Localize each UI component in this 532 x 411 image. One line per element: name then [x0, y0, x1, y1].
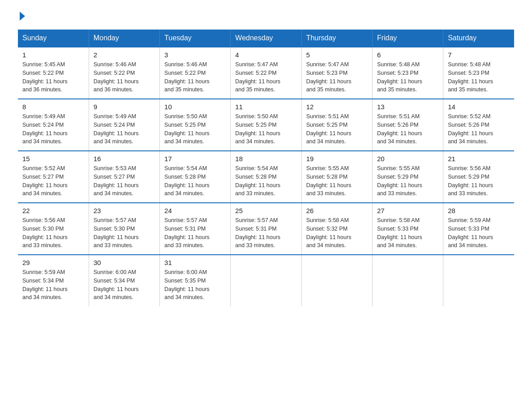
- day-number: 7: [448, 51, 510, 59]
- calendar-cell: [372, 255, 443, 306]
- calendar-cell: 8Sunrise: 5:49 AMSunset: 5:24 PMDaylight…: [18, 99, 89, 151]
- day-number: 21: [448, 155, 510, 163]
- day-sun-info: Sunrise: 5:52 AMSunset: 5:26 PMDaylight:…: [448, 112, 510, 146]
- day-header-saturday: Saturday: [443, 30, 514, 47]
- day-sun-info: Sunrise: 5:58 AMSunset: 5:32 PMDaylight:…: [306, 216, 368, 250]
- calendar-cell: 21Sunrise: 5:56 AMSunset: 5:29 PMDayligh…: [443, 151, 514, 203]
- day-number: 24: [164, 207, 226, 214]
- day-number: 25: [235, 207, 296, 214]
- day-sun-info: Sunrise: 5:57 AMSunset: 5:30 PMDaylight:…: [94, 216, 155, 250]
- calendar-cell: 7Sunrise: 5:48 AMSunset: 5:23 PMDaylight…: [443, 47, 514, 99]
- day-number: 1: [22, 51, 84, 59]
- calendar-cell: 28Sunrise: 5:59 AMSunset: 5:33 PMDayligh…: [443, 203, 514, 255]
- day-header-wednesday: Wednesday: [231, 30, 301, 47]
- calendar-cell: 25Sunrise: 5:57 AMSunset: 5:31 PMDayligh…: [231, 203, 301, 255]
- day-sun-info: Sunrise: 5:55 AMSunset: 5:28 PMDaylight:…: [306, 164, 368, 198]
- calendar-week-row: 22Sunrise: 5:56 AMSunset: 5:30 PMDayligh…: [18, 203, 514, 255]
- calendar-cell: 3Sunrise: 5:46 AMSunset: 5:22 PMDaylight…: [160, 47, 231, 99]
- day-number: 3: [164, 51, 226, 59]
- calendar-cell: 27Sunrise: 5:58 AMSunset: 5:33 PMDayligh…: [372, 203, 443, 255]
- day-number: 29: [22, 259, 84, 266]
- calendar-week-row: 1Sunrise: 5:45 AMSunset: 5:22 PMDaylight…: [18, 47, 514, 99]
- calendar-week-row: 15Sunrise: 5:52 AMSunset: 5:27 PMDayligh…: [18, 151, 514, 203]
- calendar-cell: 20Sunrise: 5:55 AMSunset: 5:29 PMDayligh…: [372, 151, 443, 203]
- day-number: 12: [306, 103, 368, 111]
- calendar-cell: 30Sunrise: 6:00 AMSunset: 5:34 PMDayligh…: [89, 255, 159, 306]
- day-number: 11: [235, 103, 296, 111]
- calendar-cell: 15Sunrise: 5:52 AMSunset: 5:27 PMDayligh…: [18, 151, 89, 203]
- day-header-tuesday: Tuesday: [160, 30, 231, 47]
- day-number: 2: [94, 51, 155, 59]
- day-number: 15: [22, 155, 84, 163]
- day-sun-info: Sunrise: 5:46 AMSunset: 5:22 PMDaylight:…: [164, 60, 226, 94]
- day-sun-info: Sunrise: 5:56 AMSunset: 5:29 PMDaylight:…: [448, 164, 510, 198]
- day-sun-info: Sunrise: 5:51 AMSunset: 5:25 PMDaylight:…: [306, 112, 368, 146]
- calendar-cell: 12Sunrise: 5:51 AMSunset: 5:25 PMDayligh…: [301, 99, 372, 151]
- day-number: 17: [164, 155, 226, 163]
- day-sun-info: Sunrise: 5:57 AMSunset: 5:31 PMDaylight:…: [164, 216, 226, 250]
- day-header-sunday: Sunday: [18, 30, 89, 47]
- calendar-cell: 10Sunrise: 5:50 AMSunset: 5:25 PMDayligh…: [160, 99, 231, 151]
- day-number: 19: [306, 155, 368, 163]
- day-sun-info: Sunrise: 6:00 AMSunset: 5:34 PMDaylight:…: [94, 268, 155, 302]
- calendar-cell: 22Sunrise: 5:56 AMSunset: 5:30 PMDayligh…: [18, 203, 89, 255]
- calendar-cell: 23Sunrise: 5:57 AMSunset: 5:30 PMDayligh…: [89, 203, 159, 255]
- calendar-cell: 29Sunrise: 5:59 AMSunset: 5:34 PMDayligh…: [18, 255, 89, 306]
- day-sun-info: Sunrise: 5:47 AMSunset: 5:23 PMDaylight:…: [306, 60, 368, 94]
- day-number: 30: [94, 259, 155, 266]
- day-sun-info: Sunrise: 5:54 AMSunset: 5:28 PMDaylight:…: [235, 164, 296, 198]
- calendar-cell: 24Sunrise: 5:57 AMSunset: 5:31 PMDayligh…: [160, 203, 231, 255]
- day-header-friday: Friday: [372, 30, 443, 47]
- calendar-cell: 26Sunrise: 5:58 AMSunset: 5:32 PMDayligh…: [301, 203, 372, 255]
- calendar-cell: 5Sunrise: 5:47 AMSunset: 5:23 PMDaylight…: [301, 47, 372, 99]
- day-sun-info: Sunrise: 5:49 AMSunset: 5:24 PMDaylight:…: [94, 112, 155, 146]
- page-header: [18, 13, 514, 21]
- day-number: 16: [94, 155, 155, 163]
- day-number: 14: [448, 103, 510, 111]
- day-sun-info: Sunrise: 6:00 AMSunset: 5:35 PMDaylight:…: [164, 268, 226, 302]
- day-headers-row: SundayMondayTuesdayWednesdayThursdayFrid…: [18, 30, 514, 47]
- day-number: 22: [22, 207, 84, 214]
- day-sun-info: Sunrise: 5:57 AMSunset: 5:31 PMDaylight:…: [235, 216, 296, 250]
- day-sun-info: Sunrise: 5:54 AMSunset: 5:28 PMDaylight:…: [164, 164, 226, 198]
- day-number: 5: [306, 51, 368, 59]
- calendar-cell: 31Sunrise: 6:00 AMSunset: 5:35 PMDayligh…: [160, 255, 231, 306]
- day-sun-info: Sunrise: 5:58 AMSunset: 5:33 PMDaylight:…: [377, 216, 438, 250]
- day-sun-info: Sunrise: 5:49 AMSunset: 5:24 PMDaylight:…: [22, 112, 84, 146]
- day-sun-info: Sunrise: 5:52 AMSunset: 5:27 PMDaylight:…: [22, 164, 84, 198]
- day-sun-info: Sunrise: 5:59 AMSunset: 5:34 PMDaylight:…: [22, 268, 84, 302]
- day-number: 26: [306, 207, 368, 214]
- calendar-cell: 9Sunrise: 5:49 AMSunset: 5:24 PMDaylight…: [89, 99, 159, 151]
- calendar-cell: 2Sunrise: 5:46 AMSunset: 5:22 PMDaylight…: [89, 47, 159, 99]
- day-number: 28: [448, 207, 510, 214]
- calendar-cell: 1Sunrise: 5:45 AMSunset: 5:22 PMDaylight…: [18, 47, 89, 99]
- day-number: 8: [22, 103, 84, 111]
- calendar-week-row: 8Sunrise: 5:49 AMSunset: 5:24 PMDaylight…: [18, 99, 514, 151]
- day-sun-info: Sunrise: 5:48 AMSunset: 5:23 PMDaylight:…: [377, 60, 438, 94]
- calendar-cell: [231, 255, 301, 306]
- day-number: 13: [377, 103, 438, 111]
- day-sun-info: Sunrise: 5:50 AMSunset: 5:25 PMDaylight:…: [164, 112, 226, 146]
- day-header-thursday: Thursday: [301, 30, 372, 47]
- calendar-cell: 13Sunrise: 5:51 AMSunset: 5:26 PMDayligh…: [372, 99, 443, 151]
- logo-blue-text: [18, 13, 25, 21]
- logo: [18, 13, 25, 21]
- day-sun-info: Sunrise: 5:55 AMSunset: 5:29 PMDaylight:…: [377, 164, 438, 198]
- day-sun-info: Sunrise: 5:45 AMSunset: 5:22 PMDaylight:…: [22, 60, 84, 94]
- calendar-table: SundayMondayTuesdayWednesdayThursdayFrid…: [18, 30, 514, 306]
- calendar-week-row: 29Sunrise: 5:59 AMSunset: 5:34 PMDayligh…: [18, 255, 514, 306]
- calendar-cell: 14Sunrise: 5:52 AMSunset: 5:26 PMDayligh…: [443, 99, 514, 151]
- day-sun-info: Sunrise: 5:51 AMSunset: 5:26 PMDaylight:…: [377, 112, 438, 146]
- day-sun-info: Sunrise: 5:59 AMSunset: 5:33 PMDaylight:…: [448, 216, 510, 250]
- day-number: 10: [164, 103, 226, 111]
- day-number: 23: [94, 207, 155, 214]
- day-sun-info: Sunrise: 5:50 AMSunset: 5:25 PMDaylight:…: [235, 112, 296, 146]
- day-number: 6: [377, 51, 438, 59]
- logo-triangle-icon: [20, 12, 25, 21]
- calendar-cell: 16Sunrise: 5:53 AMSunset: 5:27 PMDayligh…: [89, 151, 159, 203]
- day-sun-info: Sunrise: 5:53 AMSunset: 5:27 PMDaylight:…: [94, 164, 155, 198]
- day-number: 18: [235, 155, 296, 163]
- calendar-cell: [301, 255, 372, 306]
- day-number: 4: [235, 51, 296, 59]
- calendar-cell: 11Sunrise: 5:50 AMSunset: 5:25 PMDayligh…: [231, 99, 301, 151]
